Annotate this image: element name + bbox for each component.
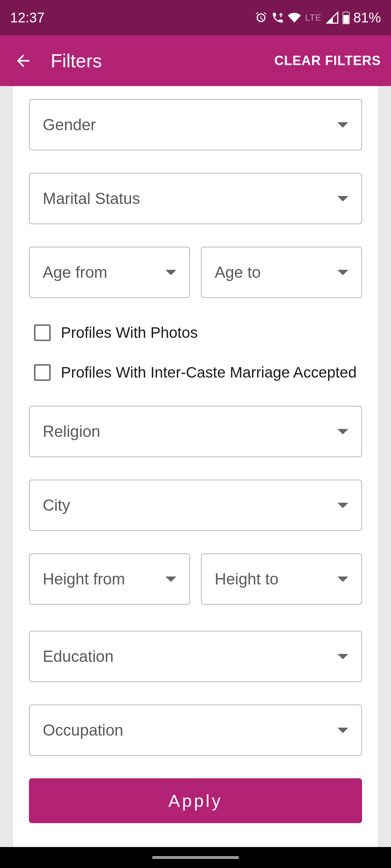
height-to-dropdown[interactable]: Height to [201,553,362,605]
chevron-down-icon [337,654,348,659]
chevron-down-icon [337,728,348,733]
religion-dropdown[interactable]: Religion [29,406,362,457]
age-to-label: Age to [215,263,261,281]
status-time: 12:37 [10,10,45,26]
battery-icon [342,11,350,24]
app-bar: Filters CLEAR FILTERS [0,35,391,86]
clear-filters-button[interactable]: CLEAR FILTERS [274,53,381,68]
lte-label: LTE [305,13,321,23]
apply-button[interactable]: Apply [29,778,362,823]
education-dropdown[interactable]: Education [29,631,362,682]
photos-checkbox-label: Profiles With Photos [61,324,198,341]
chevron-down-icon [337,196,348,201]
gender-dropdown[interactable]: Gender [29,99,362,150]
content-area: Gender Marital Status Age from Age to Pr… [0,86,391,847]
chevron-down-icon [165,576,176,582]
education-label: Education [43,647,114,665]
photos-checkbox-row[interactable]: Profiles With Photos [29,324,362,341]
age-to-dropdown[interactable]: Age to [201,247,362,298]
nav-pill[interactable] [152,856,239,859]
marital-status-label: Marital Status [43,190,140,208]
checkbox-icon [34,364,51,381]
chevron-down-icon [337,270,348,275]
height-from-label: Height from [43,570,125,588]
status-icons: LTE 81% [255,10,381,26]
city-label: City [43,496,70,514]
arrow-left-icon [14,51,33,70]
chevron-down-icon [337,503,348,508]
status-bar: 12:37 LTE 81% [0,0,391,35]
intercaste-checkbox-row[interactable]: Profiles With Inter-Caste Marriage Accep… [29,364,362,381]
page-title: Filters [51,50,274,72]
chevron-down-icon [337,429,348,434]
back-button[interactable] [14,51,33,70]
filters-card: Gender Marital Status Age from Age to Pr… [13,86,378,847]
age-from-dropdown[interactable]: Age from [29,247,190,298]
alarm-icon [255,11,268,24]
religion-label: Religion [43,422,100,441]
apply-label: Apply [168,791,223,811]
intercaste-checkbox-label: Profiles With Inter-Caste Marriage Accep… [61,364,357,381]
battery-percent: 81% [353,10,381,26]
city-dropdown[interactable]: City [29,480,362,531]
checkbox-icon [34,324,51,341]
gender-label: Gender [43,116,96,134]
signal-icon [326,11,339,24]
wifi-call-icon [271,11,284,24]
height-to-label: Height to [215,570,278,588]
chevron-down-icon [337,122,348,128]
age-from-label: Age from [43,263,108,281]
occupation-dropdown[interactable]: Occupation [29,705,362,756]
android-nav-bar [0,847,391,868]
height-from-dropdown[interactable]: Height from [29,553,190,605]
occupation-label: Occupation [43,721,123,739]
chevron-down-icon [337,576,348,582]
chevron-down-icon [165,270,176,275]
wifi-icon [288,11,301,24]
marital-status-dropdown[interactable]: Marital Status [29,173,362,224]
